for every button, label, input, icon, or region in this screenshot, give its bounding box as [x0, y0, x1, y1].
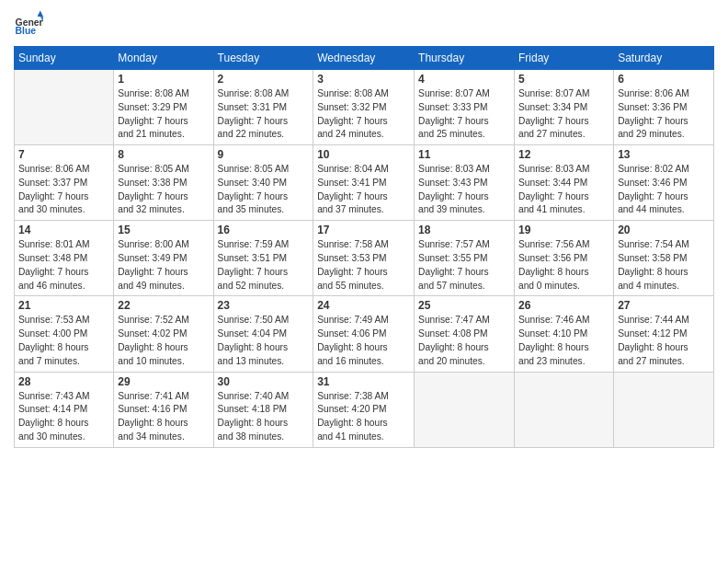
svg-text:Blue: Blue	[16, 26, 37, 36]
calendar-cell: 1Sunrise: 8:08 AMSunset: 3:29 PMDaylight…	[114, 70, 213, 145]
day-detail: Sunrise: 7:49 AMSunset: 4:06 PMDaylight:…	[317, 314, 410, 368]
calendar-cell: 2Sunrise: 8:08 AMSunset: 3:31 PMDaylight…	[213, 70, 313, 145]
day-number: 3	[317, 73, 410, 86]
day-detail: Sunrise: 7:40 AMSunset: 4:18 PMDaylight:…	[218, 390, 310, 444]
day-number: 15	[118, 224, 209, 236]
day-detail: Sunrise: 7:47 AMSunset: 4:08 PMDaylight:…	[418, 314, 510, 368]
day-number: 30	[218, 375, 310, 388]
day-number: 19	[518, 224, 609, 236]
day-detail: Sunrise: 8:04 AMSunset: 3:41 PMDaylight:…	[317, 163, 410, 217]
calendar-cell: 13Sunrise: 8:02 AMSunset: 3:46 PMDayligh…	[614, 145, 714, 221]
day-number: 13	[618, 148, 710, 161]
day-number: 31	[317, 375, 410, 388]
calendar-week-4: 21Sunrise: 7:53 AMSunset: 4:00 PMDayligh…	[15, 296, 714, 372]
day-number: 18	[418, 224, 510, 236]
weekday-header-friday: Friday	[515, 47, 614, 70]
day-detail: Sunrise: 8:08 AMSunset: 3:32 PMDaylight:…	[317, 87, 410, 142]
calendar-cell: 31Sunrise: 7:38 AMSunset: 4:20 PMDayligh…	[313, 372, 415, 447]
day-number: 21	[18, 299, 109, 312]
day-number: 16	[218, 224, 310, 236]
calendar-cell: 8Sunrise: 8:05 AMSunset: 3:38 PMDaylight…	[114, 145, 213, 221]
calendar-cell: 17Sunrise: 7:58 AMSunset: 3:53 PMDayligh…	[313, 221, 415, 296]
day-detail: Sunrise: 7:56 AMSunset: 3:56 PMDaylight:…	[518, 238, 609, 293]
day-detail: Sunrise: 8:05 AMSunset: 3:40 PMDaylight:…	[218, 163, 310, 217]
day-number: 17	[317, 224, 410, 236]
day-number: 12	[518, 148, 609, 161]
day-number: 26	[518, 299, 609, 312]
day-detail: Sunrise: 8:07 AMSunset: 3:33 PMDaylight:…	[418, 87, 510, 142]
weekday-header-monday: Monday	[114, 47, 213, 70]
calendar-cell: 14Sunrise: 8:01 AMSunset: 3:48 PMDayligh…	[15, 221, 114, 296]
day-number: 4	[418, 73, 510, 86]
day-detail: Sunrise: 8:06 AMSunset: 3:37 PMDaylight:…	[18, 163, 109, 217]
day-number: 10	[317, 148, 410, 161]
day-detail: Sunrise: 7:59 AMSunset: 3:51 PMDaylight:…	[218, 238, 310, 293]
day-number: 14	[18, 224, 109, 236]
calendar-cell: 16Sunrise: 7:59 AMSunset: 3:51 PMDayligh…	[213, 221, 313, 296]
day-detail: Sunrise: 7:46 AMSunset: 4:10 PMDaylight:…	[518, 314, 609, 368]
calendar-cell: 11Sunrise: 8:03 AMSunset: 3:43 PMDayligh…	[415, 145, 515, 221]
calendar-cell: 20Sunrise: 7:54 AMSunset: 3:58 PMDayligh…	[614, 221, 714, 296]
calendar-cell: 6Sunrise: 8:06 AMSunset: 3:36 PMDaylight…	[614, 70, 714, 145]
calendar-cell: 12Sunrise: 8:03 AMSunset: 3:44 PMDayligh…	[515, 145, 614, 221]
weekday-header-wednesday: Wednesday	[313, 47, 415, 70]
day-detail: Sunrise: 8:08 AMSunset: 3:31 PMDaylight:…	[218, 87, 310, 142]
calendar-cell: 3Sunrise: 8:08 AMSunset: 3:32 PMDaylight…	[313, 70, 415, 145]
day-number: 20	[618, 224, 710, 236]
svg-marker-2	[38, 11, 43, 17]
calendar-week-3: 14Sunrise: 8:01 AMSunset: 3:48 PMDayligh…	[15, 221, 714, 296]
calendar-cell: 23Sunrise: 7:50 AMSunset: 4:04 PMDayligh…	[213, 296, 313, 372]
day-number: 27	[618, 299, 710, 312]
day-detail: Sunrise: 8:01 AMSunset: 3:48 PMDaylight:…	[18, 238, 109, 293]
day-number: 8	[118, 148, 209, 161]
day-number: 5	[518, 73, 609, 86]
calendar-cell: 15Sunrise: 8:00 AMSunset: 3:49 PMDayligh…	[114, 221, 213, 296]
calendar-cell	[415, 372, 515, 447]
day-number: 23	[218, 299, 310, 312]
logo-icon: General Blue	[14, 9, 43, 39]
weekday-header-thursday: Thursday	[415, 47, 515, 70]
day-detail: Sunrise: 7:43 AMSunset: 4:14 PMDaylight:…	[18, 390, 109, 444]
day-detail: Sunrise: 7:58 AMSunset: 3:53 PMDaylight:…	[317, 238, 410, 293]
day-detail: Sunrise: 8:02 AMSunset: 3:46 PMDaylight:…	[618, 163, 710, 217]
calendar-cell	[15, 70, 114, 145]
calendar-week-1: 1Sunrise: 8:08 AMSunset: 3:29 PMDaylight…	[15, 70, 714, 145]
calendar-cell: 7Sunrise: 8:06 AMSunset: 3:37 PMDaylight…	[15, 145, 114, 221]
calendar-cell	[614, 372, 714, 447]
calendar-cell: 5Sunrise: 8:07 AMSunset: 3:34 PMDaylight…	[515, 70, 614, 145]
day-number: 25	[418, 299, 510, 312]
day-number: 24	[317, 299, 410, 312]
day-number: 9	[218, 148, 310, 161]
calendar-cell	[515, 372, 614, 447]
calendar-cell: 10Sunrise: 8:04 AMSunset: 3:41 PMDayligh…	[313, 145, 415, 221]
day-number: 22	[118, 299, 209, 312]
day-detail: Sunrise: 7:54 AMSunset: 3:58 PMDaylight:…	[618, 238, 710, 293]
day-detail: Sunrise: 8:08 AMSunset: 3:29 PMDaylight:…	[118, 87, 209, 142]
calendar-cell: 22Sunrise: 7:52 AMSunset: 4:02 PMDayligh…	[114, 296, 213, 372]
day-number: 2	[218, 73, 310, 86]
day-number: 1	[118, 73, 209, 86]
day-number: 29	[118, 375, 209, 388]
day-number: 7	[18, 148, 109, 161]
weekday-header-saturday: Saturday	[614, 47, 714, 70]
day-detail: Sunrise: 7:38 AMSunset: 4:20 PMDaylight:…	[317, 390, 410, 444]
day-number: 6	[618, 73, 710, 86]
calendar-cell: 21Sunrise: 7:53 AMSunset: 4:00 PMDayligh…	[15, 296, 114, 372]
day-detail: Sunrise: 8:06 AMSunset: 3:36 PMDaylight:…	[618, 87, 710, 142]
weekday-header-row: SundayMondayTuesdayWednesdayThursdayFrid…	[15, 47, 714, 70]
day-detail: Sunrise: 8:03 AMSunset: 3:43 PMDaylight:…	[418, 163, 510, 217]
calendar-cell: 18Sunrise: 7:57 AMSunset: 3:55 PMDayligh…	[415, 221, 515, 296]
day-detail: Sunrise: 8:05 AMSunset: 3:38 PMDaylight:…	[118, 163, 209, 217]
calendar-cell: 4Sunrise: 8:07 AMSunset: 3:33 PMDaylight…	[415, 70, 515, 145]
calendar-cell: 25Sunrise: 7:47 AMSunset: 4:08 PMDayligh…	[415, 296, 515, 372]
calendar-week-2: 7Sunrise: 8:06 AMSunset: 3:37 PMDaylight…	[15, 145, 714, 221]
day-detail: Sunrise: 8:07 AMSunset: 3:34 PMDaylight:…	[518, 87, 609, 142]
calendar-cell: 24Sunrise: 7:49 AMSunset: 4:06 PMDayligh…	[313, 296, 415, 372]
day-detail: Sunrise: 7:53 AMSunset: 4:00 PMDaylight:…	[18, 314, 109, 368]
day-detail: Sunrise: 8:03 AMSunset: 3:44 PMDaylight:…	[518, 163, 609, 217]
page-header: General Blue	[14, 9, 714, 39]
weekday-header-sunday: Sunday	[15, 47, 114, 70]
weekday-header-tuesday: Tuesday	[213, 47, 313, 70]
day-detail: Sunrise: 8:00 AMSunset: 3:49 PMDaylight:…	[118, 238, 209, 293]
day-detail: Sunrise: 7:50 AMSunset: 4:04 PMDaylight:…	[218, 314, 310, 368]
